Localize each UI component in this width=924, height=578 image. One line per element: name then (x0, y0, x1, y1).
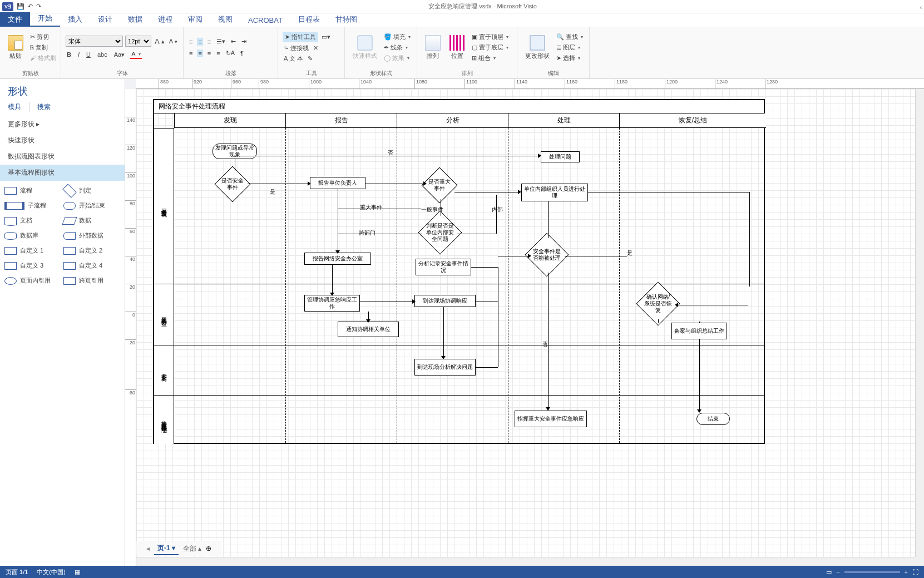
group-button[interactable]: ⊞组合 (471, 53, 510, 63)
send-back-button[interactable]: ▢置于底层 (471, 43, 510, 52)
search-tab[interactable]: 搜索 (37, 102, 51, 112)
tab-review[interactable]: 审阅 (180, 12, 210, 27)
position-button[interactable]: 位置 (446, 34, 468, 61)
quick-styles-button[interactable]: 快速样式 (349, 34, 381, 61)
shape-custom3[interactable]: 自定义 3 (4, 261, 61, 270)
node-handle-issue[interactable]: 处理问题 (541, 151, 580, 162)
strike-button[interactable]: abc (96, 51, 108, 58)
shrink-font-button[interactable]: A▾ (168, 37, 179, 45)
ink-tool-button[interactable]: ✎ (307, 55, 314, 63)
shape-document[interactable]: 文档 (4, 216, 61, 225)
justify-button[interactable]: ≡ (215, 50, 221, 57)
line-button[interactable]: ✒线条 (383, 43, 412, 52)
quick-shapes-category[interactable]: 快速形状 (0, 132, 125, 149)
case-button[interactable]: Aa▾ (113, 51, 126, 59)
align-top-button[interactable]: ≡ (188, 38, 194, 46)
shape-offpage-ref[interactable]: 跨页引用 (63, 276, 120, 285)
save-icon[interactable]: 💾 (17, 3, 24, 10)
align-middle-button[interactable]: ≡ (197, 38, 202, 46)
prev-page-button[interactable]: ◂ (146, 545, 150, 552)
connector-tool-button[interactable]: ⤷ 连接线 (283, 43, 310, 53)
phase-recover[interactable]: 恢复/总结 (619, 113, 766, 128)
dfd-shapes-category[interactable]: 数据流图表形状 (0, 149, 125, 165)
font-family-select[interactable]: 宋体 (66, 36, 123, 47)
rotate-text-button[interactable]: ↻A (225, 49, 236, 57)
tab-design[interactable]: 设计 (90, 12, 120, 27)
bullets-button[interactable]: ☰▾ (215, 37, 226, 46)
copy-button[interactable]: ⎘复制 (29, 43, 57, 52)
node-internal-team[interactable]: 单位内部组织人员进行处理 (521, 184, 588, 201)
zoom-out-button[interactable]: − (836, 569, 839, 575)
present-icon[interactable]: ▭ (826, 569, 832, 576)
tab-acrobat[interactable]: ACROBAT (240, 14, 290, 27)
bold-button[interactable]: B (66, 51, 72, 58)
vertical-scrollbar[interactable] (915, 89, 924, 557)
pointer-tool-button[interactable]: ➤ 指针工具 (283, 32, 318, 42)
align-bottom-button[interactable]: ≡ (206, 38, 212, 46)
node-analyze-log[interactable]: 分析记录安全事件情况 (416, 259, 471, 275)
add-page-button[interactable]: ⊕ (206, 545, 211, 552)
phase-discover[interactable]: 发现 (174, 113, 285, 128)
diagram-title[interactable]: 网络安全事件处理流程 (154, 100, 764, 113)
shape-process[interactable]: 流程 (4, 186, 61, 195)
cut-button[interactable]: ✂剪切 (29, 32, 57, 42)
underline-button[interactable]: U (85, 51, 92, 58)
tab-gantt[interactable]: 甘特图 (328, 12, 365, 27)
tab-insert[interactable]: 插入 (60, 12, 90, 27)
more-shapes-link[interactable]: 更多形状 ▸ (0, 116, 125, 132)
all-pages-button[interactable]: 全部 ▴ (183, 544, 201, 554)
italic-button[interactable]: I (77, 51, 81, 58)
stencils-tab[interactable]: 模具 (8, 102, 21, 112)
shape-subprocess[interactable]: 子流程 (4, 201, 61, 210)
shape-onpage-ref[interactable]: 页面内引用 (4, 276, 61, 285)
layers-button[interactable]: ≣图层 (555, 43, 584, 52)
shape-custom4[interactable]: 自定义 4 (63, 261, 120, 270)
x-tool-button[interactable]: ✕ (312, 44, 319, 52)
inc-indent-button[interactable]: ⇥ (240, 37, 248, 46)
node-is-security[interactable]: 是否安全事件 (214, 166, 250, 202)
redo-icon[interactable]: ↷ (36, 3, 41, 10)
phase-report[interactable]: 报告 (285, 113, 397, 128)
lane-vendor[interactable]: 专业安全厂商 (154, 345, 174, 395)
tab-data[interactable]: 数据 (120, 12, 150, 27)
font-size-select[interactable]: 12pt (125, 36, 151, 47)
node-report-leader[interactable]: 报告单位负责人 (310, 177, 365, 189)
paste-button[interactable]: 粘贴 (4, 34, 27, 61)
shape-custom2[interactable]: 自定义 2 (63, 246, 120, 255)
bring-front-button[interactable]: ▣置于顶层 (471, 32, 510, 42)
node-start[interactable]: 发现问题或异常现象 (213, 144, 257, 159)
phase-analyze[interactable]: 分析 (397, 113, 508, 128)
align-center-button[interactable]: ≡ (197, 50, 202, 57)
text-tool-button[interactable]: A 文 本 (283, 54, 304, 63)
line-spacing-button[interactable]: ¶ (239, 50, 245, 57)
shape-data[interactable]: 数据 (63, 216, 120, 225)
horizontal-scrollbar[interactable] (136, 557, 915, 566)
rect-tool-button[interactable]: ▭▾ (320, 33, 332, 41)
lane-admin[interactable]: 网络安全管理员 (154, 128, 174, 284)
node-command[interactable]: 指挥重大安全事件应急响应 (515, 411, 587, 427)
change-shape-button[interactable]: 更改形状 (522, 34, 553, 61)
arrange-button[interactable]: 排列 (422, 34, 444, 61)
tab-file[interactable]: 文件 (0, 12, 30, 27)
format-painter-button[interactable]: 🖌格式刷 (29, 53, 57, 63)
dec-indent-button[interactable]: ⇤ (230, 37, 237, 46)
collapse-panel-button[interactable]: ‹ (918, 3, 924, 12)
macro-icon[interactable]: ▦ (75, 569, 80, 576)
phase-handle[interactable]: 处理 (508, 113, 619, 128)
tab-view[interactable]: 视图 (210, 12, 240, 27)
find-button[interactable]: 🔍查找 (555, 32, 584, 42)
basic-flowchart-category[interactable]: 基本流程图形状 (0, 165, 125, 181)
lane-leadership[interactable]: 络安全与信息化建设领导小组 (154, 395, 174, 444)
zoom-in-button[interactable]: + (905, 569, 908, 575)
shape-custom1[interactable]: 自定义 1 (4, 246, 61, 255)
tab-process[interactable]: 进程 (150, 12, 180, 27)
effects-button[interactable]: ◯效果 (383, 53, 412, 63)
tab-home[interactable]: 开始 (30, 11, 60, 27)
status-language[interactable]: 中文(中国) (37, 568, 65, 576)
node-archive[interactable]: 备案与组织总结工作 (671, 323, 727, 339)
undo-icon[interactable]: ↶ (28, 3, 33, 10)
lane-office[interactable]: 网络安全办公室 (154, 284, 174, 345)
fill-button[interactable]: 🪣填充 (383, 32, 412, 42)
shape-decision[interactable]: 判定 (63, 186, 120, 195)
font-color-button[interactable]: A (130, 50, 141, 59)
